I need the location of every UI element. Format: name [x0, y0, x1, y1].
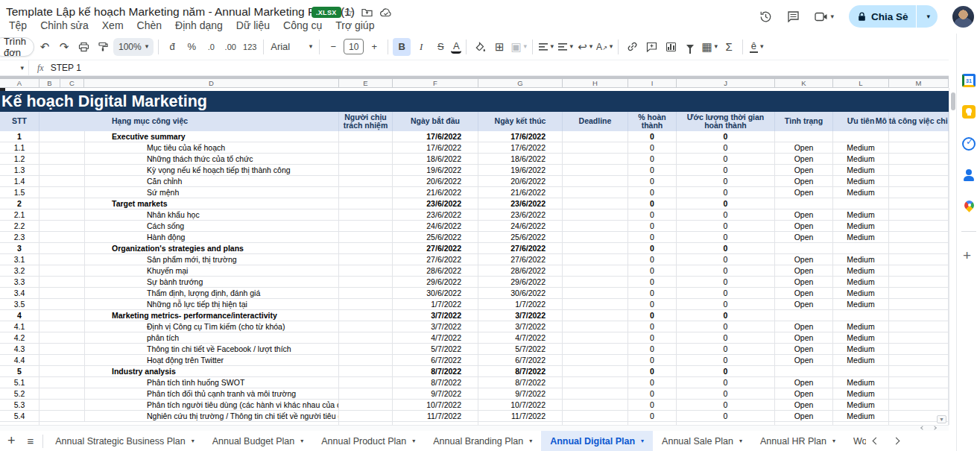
- undo-icon[interactable]: ↶: [36, 38, 54, 56]
- cell-end-1.2[interactable]: 18/6/2022: [478, 154, 563, 165]
- menu-item-5[interactable]: Dữ liệu: [230, 19, 276, 34]
- cell-task-3[interactable]: Organization's strategies and plans: [39, 243, 339, 254]
- table-row-4.2[interactable]: 4.2phân tích4/7/20224/7/202200OpenMedium: [0, 332, 949, 344]
- cell-desc-1[interactable]: [889, 131, 949, 142]
- cell-desc-4.4[interactable]: [889, 355, 949, 366]
- cell-desc-1.3[interactable]: [889, 165, 949, 176]
- sheet-tab-2[interactable]: Annual Product Plan▾: [312, 431, 424, 451]
- cell-stt-1.1[interactable]: 1.1: [0, 142, 39, 154]
- cell-priority-1[interactable]: [833, 131, 889, 142]
- cell-estimate-3.5[interactable]: 0: [677, 299, 775, 310]
- cell-stt-1[interactable]: 1: [0, 131, 39, 142]
- cell-start-1.5[interactable]: 21/6/2022: [393, 187, 478, 198]
- cell-priority-4.1[interactable]: Medium: [833, 321, 889, 332]
- menu-item-2[interactable]: Xem: [96, 19, 130, 34]
- table-row-4.3[interactable]: 4.3Thông tin chi tiết về Facebook / lượt…: [0, 344, 949, 355]
- cell-owner-2.3[interactable]: [339, 232, 393, 243]
- cell-owner-3.5[interactable]: [339, 299, 393, 310]
- italic-button[interactable]: I: [412, 38, 430, 56]
- cell-priority-2[interactable]: [833, 198, 889, 209]
- cell-end-1[interactable]: 17/6/2022: [478, 131, 563, 142]
- cell-stt-4.1[interactable]: 4.1: [0, 321, 39, 332]
- cell-task-5.4[interactable]: Nghiên cứu thị trường / Thông tin chi ti…: [39, 411, 339, 422]
- cell-pct-3.3[interactable]: 0: [628, 277, 677, 288]
- cell-end-3.1[interactable]: 27/6/2022: [478, 254, 563, 265]
- cell-priority-3.1[interactable]: Medium: [833, 254, 889, 265]
- cell-end-4.2[interactable]: 4/7/2022: [478, 332, 563, 344]
- horizontal-align-button[interactable]: ▾: [537, 38, 555, 56]
- tab-scroll-controls[interactable]: [873, 438, 899, 444]
- redo-icon[interactable]: ↷: [55, 38, 73, 56]
- table-row-3.4[interactable]: 3.4Thẩm định, lượng định, đánh giá30/6/2…: [0, 288, 949, 299]
- cell-start-2.2[interactable]: 24/6/2022: [393, 221, 478, 232]
- cell-end-4.1[interactable]: 3/7/2022: [478, 321, 563, 332]
- table-rows[interactable]: 1Executive summary17/6/202217/6/2022001.…: [0, 131, 949, 425]
- column-header-G[interactable]: G: [478, 79, 563, 88]
- table-row-2.2[interactable]: 2.2Cách sống24/6/202224/6/202200OpenMedi…: [0, 221, 949, 232]
- table-row-3.3[interactable]: 3.3Sự bành trướng29/6/202229/6/202200Ope…: [0, 277, 949, 288]
- cell-pct-5[interactable]: 0: [628, 366, 677, 377]
- cell-priority-4[interactable]: [833, 310, 889, 321]
- cell-pct-3[interactable]: 0: [628, 243, 677, 254]
- cell-end-4[interactable]: 3/7/2022: [478, 310, 563, 321]
- cell-deadline-3.4[interactable]: [563, 288, 628, 299]
- cell-dropdown-icon[interactable]: ▼: [937, 415, 946, 423]
- cell-estimate-4[interactable]: 0: [677, 310, 775, 321]
- cell-desc-2.3[interactable]: [889, 232, 949, 243]
- cell-task-1.5[interactable]: Sứ mệnh: [39, 187, 339, 198]
- cell-task-5.2[interactable]: Phân tích đối thủ cạnh tranh và môi trườ…: [39, 388, 339, 400]
- cell-priority-1.5[interactable]: Medium: [833, 187, 889, 198]
- cell-status-4.1[interactable]: Open: [775, 321, 833, 332]
- cell-deadline-4.2[interactable]: [563, 332, 628, 344]
- column-header-L[interactable]: L: [833, 79, 889, 88]
- cell-owner-2[interactable]: [339, 198, 393, 209]
- cell-start-3.5[interactable]: 1/7/2022: [393, 299, 478, 310]
- cloud-status-icon[interactable]: [380, 8, 392, 17]
- cell-deadline-4[interactable]: [563, 310, 628, 321]
- add-sheet-button[interactable]: +: [0, 433, 22, 449]
- cell-deadline-2.3[interactable]: [563, 232, 628, 243]
- cell-task-5.1[interactable]: Phân tích tình huống SWOT: [39, 377, 339, 388]
- table-row-1[interactable]: 1Executive summary17/6/202217/6/202200: [0, 131, 949, 142]
- cell-task-1.2[interactable]: Những thách thức của tổ chức: [39, 154, 339, 165]
- meet-camera-button[interactable]: ▾: [815, 12, 834, 22]
- cell-priority-3[interactable]: [833, 243, 889, 254]
- cell-start-3.1[interactable]: 27/6/2022: [393, 254, 478, 265]
- formula-input[interactable]: STEP 1: [51, 63, 81, 73]
- menu-item-4[interactable]: Định dạng: [169, 19, 229, 34]
- cell-deadline-3.3[interactable]: [563, 277, 628, 288]
- bold-button[interactable]: B: [393, 38, 411, 56]
- cell-priority-3.5[interactable]: Medium: [833, 299, 889, 310]
- cell-stt-5.4[interactable]: 5.4: [0, 411, 39, 422]
- cell-desc-5.2[interactable]: [889, 388, 949, 400]
- cell-deadline-5.2[interactable]: [563, 388, 628, 400]
- cell-estimate-2[interactable]: 0: [677, 198, 775, 209]
- table-row-4.1[interactable]: 4.1Định vị Công cụ Tìm kiếm (cho từ khóa…: [0, 321, 949, 332]
- cell-stt-3[interactable]: 3: [0, 243, 39, 254]
- cell-stt-2[interactable]: 2: [0, 198, 39, 209]
- cell-stt-4.2[interactable]: 4.2: [0, 332, 39, 344]
- cell-owner-1.5[interactable]: [339, 187, 393, 198]
- cell-pct-4[interactable]: 0: [628, 310, 677, 321]
- cell-estimate-5[interactable]: 0: [677, 366, 775, 377]
- cell-owner-5.3[interactable]: [339, 400, 393, 411]
- cell-deadline-1.1[interactable]: [563, 142, 628, 154]
- cell-stt-5.3[interactable]: 5.3: [0, 400, 39, 411]
- google-contacts-icon[interactable]: [962, 168, 976, 182]
- column-header-F[interactable]: F: [393, 79, 478, 88]
- cell-priority-5[interactable]: [833, 366, 889, 377]
- table-row-1.1[interactable]: 1.1Mục tiêu của kế hoạch17/6/202217/6/20…: [0, 142, 949, 154]
- cell-task-1.3[interactable]: Kỳ vọng nếu kế hoạch tiếp thị thành công: [39, 165, 339, 176]
- cell-desc-1.4[interactable]: [889, 176, 949, 187]
- menu-item-3[interactable]: Chèn: [131, 19, 168, 34]
- cell-deadline-1.5[interactable]: [563, 187, 628, 198]
- cell-end-1.5[interactable]: 21/6/2022: [478, 187, 563, 198]
- cell-task-3.5[interactable]: Những nỗ lực tiếp thị hiện tại: [39, 299, 339, 310]
- column-header-K[interactable]: K: [775, 79, 833, 88]
- table-header-pct[interactable]: % hoàn thành: [628, 112, 677, 131]
- cell-deadline-4.3[interactable]: [563, 344, 628, 355]
- cell-desc-5.1[interactable]: [889, 377, 949, 388]
- cell-task-4.2[interactable]: phân tích: [39, 332, 339, 344]
- cell-task-4[interactable]: Marketing metrics- performance/interacti…: [39, 310, 339, 321]
- cell-start-3.4[interactable]: 30/6/2022: [393, 288, 478, 299]
